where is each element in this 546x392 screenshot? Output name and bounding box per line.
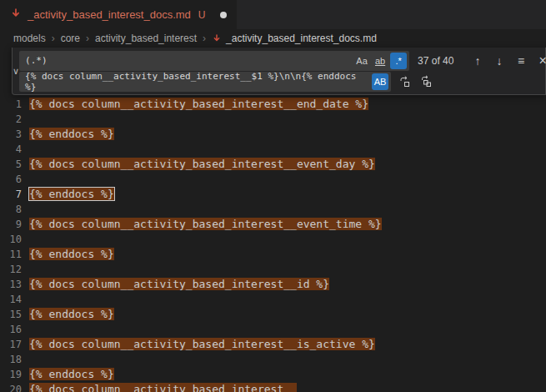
line-number: 15 (0, 307, 29, 322)
editor-line[interactable]: 2 (0, 112, 546, 127)
find-match-highlight: {% enddocs %} (29, 188, 114, 200)
next-match-button[interactable]: ↓ (491, 52, 508, 70)
find-in-selection-button[interactable]: ≡ (513, 52, 529, 70)
arrow-up-icon: ↑ (475, 54, 481, 68)
line-content: {% docs column__activity_based_interest_… (29, 277, 329, 292)
markdown-file-icon (10, 8, 22, 23)
find-match-highlight: {% docs column__activity_based_interest_… (29, 338, 375, 350)
line-content: {% enddocs %} (29, 127, 114, 142)
replace-row: {% docs column__activity_based_interest_… (19, 71, 546, 92)
line-number: 1 (0, 97, 29, 112)
editor-line[interactable]: 13{% docs column__activity_based_interes… (0, 277, 546, 292)
regex-toggle[interactable]: .* (390, 53, 407, 69)
line-number: 13 (0, 277, 29, 292)
line-content: {% enddocs %} (29, 247, 114, 262)
modified-indicator-dot[interactable] (220, 12, 227, 18)
tab-title: _activity_based_interest_docs.md (28, 8, 191, 21)
editor-line[interactable]: 17{% docs column__activity_based_interes… (0, 337, 546, 352)
editor-line[interactable]: 7{% enddocs %} (0, 187, 546, 202)
line-number: 11 (0, 247, 29, 262)
tab-active-file[interactable]: _activity_based_interest_docs.md U (0, 0, 237, 29)
close-icon: × (538, 53, 546, 68)
find-match-highlight: {% docs column__activity_based_interest_… (29, 278, 329, 290)
replace-options: AB (372, 73, 388, 90)
selection-lines-icon: ≡ (518, 54, 524, 68)
line-number: 2 (0, 112, 29, 127)
find-match-highlight: {% docs column__activity_based_interest_… (29, 383, 297, 392)
match-case-toggle[interactable]: Aa (353, 53, 370, 69)
preserve-case-toggle[interactable]: AB (372, 73, 388, 90)
breadcrumb-item-activity-based-interest[interactable]: activity_based_interest (95, 33, 197, 44)
line-number: 7 (0, 187, 29, 202)
find-match-highlight: {% docs column__activity_based_interest_… (29, 218, 382, 230)
line-number: 12 (0, 262, 29, 277)
breadcrumb-item-models[interactable]: models (13, 33, 46, 44)
whole-word-toggle[interactable]: ab (372, 53, 388, 69)
editor-line[interactable]: 12 (0, 262, 546, 277)
line-content: {% docs column__activity_based_interest_… (29, 217, 382, 232)
breadcrumb-item-file[interactable]: _activity_based_interest_docs.md (212, 33, 377, 44)
editor-line[interactable]: 18 (0, 352, 546, 367)
line-number: 17 (0, 337, 29, 352)
line-content: {% docs column__activity_based_interest_… (29, 337, 375, 352)
find-match-highlight: {% docs column__activity_based_interest_… (29, 98, 368, 110)
editor-line[interactable]: 14 (0, 292, 546, 307)
replace-input[interactable]: {% docs column__activity_based_interest_… (19, 72, 391, 92)
arrow-down-icon: ↓ (497, 54, 503, 68)
editor-line[interactable]: 15{% enddocs %} (0, 307, 546, 322)
editor-line[interactable]: 4 (0, 142, 546, 157)
editor-line[interactable]: 8 (0, 202, 546, 217)
editor-lines[interactable]: 1{% docs column__activity_based_interest… (0, 97, 546, 392)
breadcrumb-separator: › (203, 33, 206, 44)
line-content: {% enddocs %} (29, 187, 114, 202)
line-number: 3 (0, 127, 29, 142)
git-status-badge: U (198, 9, 206, 21)
line-number: 4 (0, 142, 29, 157)
line-content: {% docs column__activity_based_interest_… (29, 157, 375, 172)
replace-icon (398, 75, 411, 88)
editor-line[interactable]: 3{% enddocs %} (0, 127, 546, 142)
close-find-button[interactable]: × (534, 52, 546, 70)
breadcrumb-item-core[interactable]: core (61, 33, 80, 44)
chevron-down-icon: ∨ (13, 66, 19, 77)
find-match-highlight: {% enddocs %} (29, 128, 114, 140)
match-count: 37 of 40 (418, 55, 463, 67)
find-query-text: (.*) (25, 55, 48, 66)
line-number: 6 (0, 172, 29, 187)
line-number: 9 (0, 217, 29, 232)
find-match-highlight: {% docs column__activity_based_interest_… (29, 158, 375, 170)
editor-line[interactable]: 9{% docs column__activity_based_interest… (0, 217, 546, 232)
replace-all-button[interactable] (418, 73, 434, 91)
editor-line[interactable]: 10 (0, 232, 546, 247)
line-number: 19 (0, 367, 29, 382)
replace-button[interactable] (396, 73, 413, 91)
editor-line[interactable]: 19{% enddocs %} (0, 367, 546, 382)
find-replace-widget: ∨ (.*) Aa ab .* 37 of 40 ↑ ↓ ≡ × (12, 48, 546, 95)
line-number: 10 (0, 232, 29, 247)
line-content: {% docs column__activity_based_interest_… (29, 97, 368, 112)
editor-line[interactable]: 16 (0, 322, 546, 337)
find-widget-rows: (.*) Aa ab .* 37 of 40 ↑ ↓ ≡ × {% docs c… (19, 48, 546, 94)
line-content: {% docs column__activity_based_interest_… (29, 382, 297, 392)
line-number: 14 (0, 292, 29, 307)
previous-match-button[interactable]: ↑ (469, 52, 486, 70)
tab-bar: _activity_based_interest_docs.md U (0, 0, 546, 29)
editor-line[interactable]: 20{% docs column__activity_based_interes… (0, 382, 546, 392)
breadcrumb-separator: › (52, 33, 55, 44)
line-number: 5 (0, 157, 29, 172)
breadcrumb-separator: › (86, 33, 89, 44)
editor-line[interactable]: 11{% enddocs %} (0, 247, 546, 262)
line-number: 18 (0, 352, 29, 367)
find-input[interactable]: (.*) Aa ab .* (19, 51, 409, 71)
line-number: 20 (0, 382, 29, 392)
markdown-file-icon (212, 33, 222, 43)
find-match-highlight: {% enddocs %} (29, 308, 114, 320)
editor-line[interactable]: 1{% docs column__activity_based_interest… (0, 97, 546, 112)
editor-line[interactable]: 6 (0, 172, 546, 187)
toggle-replace-button[interactable]: ∨ (13, 48, 19, 94)
breadcrumb: models › core › activity_based_interest … (0, 29, 546, 48)
breadcrumb-file-label: _activity_based_interest_docs.md (226, 33, 377, 44)
editor-line[interactable]: 5{% docs column__activity_based_interest… (0, 157, 546, 172)
find-row: (.*) Aa ab .* 37 of 40 ↑ ↓ ≡ × (19, 50, 546, 71)
line-content: {% enddocs %} (29, 307, 114, 322)
